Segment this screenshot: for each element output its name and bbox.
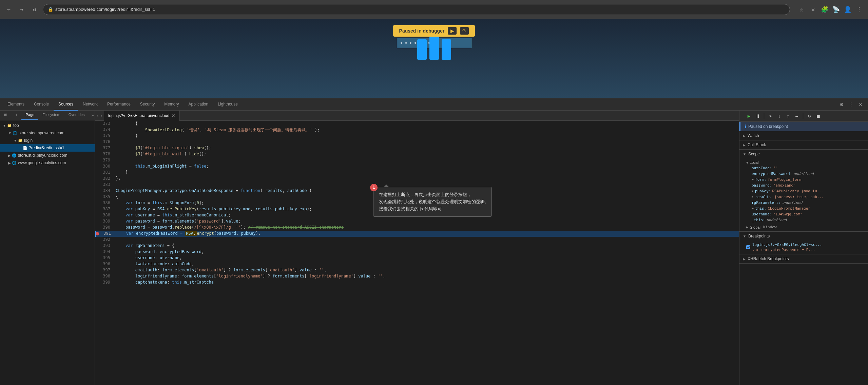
file-tab-filesystem[interactable]: Filesystem: [38, 111, 64, 120]
pause-on-exceptions-button[interactable]: ⏹: [814, 112, 822, 120]
table-row: 396 twofactorcode: authCode,: [95, 261, 739, 267]
local-scope-header[interactable]: ▼ Local: [746, 160, 865, 165]
scope-section-header[interactable]: ▼ Scope: [739, 150, 868, 158]
file-tree: ▼ 📁 top ▼ 🌐 store.steampowered.com ▼ 📁 l…: [0, 120, 95, 385]
scope-item: ▶ form: form#login_form: [752, 177, 865, 182]
forward-button[interactable]: →: [17, 5, 26, 14]
paused-text: Paused in debugger: [399, 28, 445, 34]
chevron-right-icon: ▶: [8, 154, 11, 157]
code-editor[interactable]: 373 { 374 ShowAlertDialog( '错误', '与 Stea…: [95, 121, 739, 385]
back-button[interactable]: ←: [4, 5, 14, 14]
scope-label: Scope: [748, 152, 760, 156]
debugger-controls: ▶ ⏸ ↷ ↓ ↑ → ⊘ ⏹: [739, 111, 868, 122]
file-panel-tabs: ⊞ + Page Filesystem Overrides » ⋮: [0, 111, 95, 120]
scope-item: rgParameters: undefined: [752, 200, 865, 206]
tree-item-steam-domain[interactable]: ▼ 🌐 store.steampowered.com: [0, 129, 95, 137]
deactivate-breakpoints-button[interactable]: ⊘: [805, 112, 813, 120]
tree-item-login-file[interactable]: ▶ 📄 ?redir=&redir_ssl=1: [0, 144, 95, 152]
breakpoints-section: ▼ Breakpoints login.js?v=GxsEGytleogA&l=…: [739, 232, 868, 254]
table-row: 395 username: username,: [95, 255, 739, 261]
tooltip-text: 在这里打上断点，再次点击页面上的登录按钮，发现会跳转到此处，说明这个就是处理明文…: [379, 192, 486, 211]
local-scope-items: authCode: "" encryptedPassword: undefine…: [746, 165, 865, 223]
add-source-button[interactable]: +: [11, 111, 21, 120]
devtools-more-button[interactable]: ⋮: [846, 100, 856, 109]
chevron-down-icon: ▼: [743, 234, 746, 238]
file-panel-more-button[interactable]: »: [89, 111, 95, 120]
watch-label: Watch: [748, 133, 759, 138]
tab-elements[interactable]: Elements: [3, 98, 29, 111]
breakpoint-item: login.js?v=GxsEGytleogA&l=sc... var encr…: [746, 242, 865, 253]
step-over-button[interactable]: ↷: [766, 112, 774, 120]
profile-icon[interactable]: 👤: [843, 5, 852, 14]
table-row: 378 $J('#login_btn_wait').hide();: [95, 151, 739, 157]
tree-item-dl-domain[interactable]: ▶ 🌐 store.st.dl.pinyuncloud.com: [0, 152, 95, 159]
menu-icon[interactable]: ⋮: [854, 5, 864, 14]
table-row: 397 emailauth: form.elements['emailauth'…: [95, 267, 739, 273]
watch-section-header[interactable]: ▶ Watch: [739, 131, 868, 140]
lock-icon: 🔒: [48, 7, 53, 12]
scope-section: ▼ Scope ▼ Local authCode: "": [739, 150, 868, 232]
chevron-right-icon: ▶: [743, 143, 746, 147]
resume-button[interactable]: ▶: [448, 27, 457, 35]
breakpoint-checkbox[interactable]: [746, 245, 750, 249]
paused-on-breakpoint-text: Paused on breakpoint: [748, 124, 788, 129]
breakpoints-section-header[interactable]: ▼ Breakpoints: [739, 232, 868, 240]
call-stack-section-header[interactable]: ▶ Call Stack: [739, 140, 868, 149]
reload-button[interactable]: ↺: [30, 5, 39, 14]
expand-icon[interactable]: ▶: [752, 189, 754, 193]
devtools-body: ⊞ + Page Filesystem Overrides » ⋮ ▼ 📁 to…: [0, 111, 868, 385]
tab-performance[interactable]: Performance: [102, 98, 135, 111]
code-tabs: ‹ › login.js?v=GxsE...na_pinyuncloud ✕: [95, 111, 739, 121]
step-into-button[interactable]: ↓: [775, 112, 783, 120]
scope-item: authCode: "": [752, 165, 865, 171]
breakpoints-body: login.js?v=GxsEGytleogA&l=sc... var encr…: [739, 240, 868, 254]
tab-console[interactable]: Console: [29, 98, 54, 111]
address-bar[interactable]: 🔒 store.steampowered.com/login/?redir=&r…: [43, 4, 790, 15]
global-scope-header[interactable]: ▶ Global Window: [746, 224, 865, 230]
steam-bar-2: [429, 34, 439, 60]
code-tab-login[interactable]: login.js?v=GxsE...na_pinyuncloud ✕: [104, 111, 180, 121]
extensions-icon[interactable]: 🧩: [820, 5, 829, 14]
file-panel: ⊞ + Page Filesystem Overrides » ⋮ ▼ 📁 to…: [0, 111, 95, 385]
expand-icon[interactable]: ▶: [752, 177, 754, 181]
file-tab-page[interactable]: Page: [21, 111, 38, 120]
tree-item-ga-domain[interactable]: ▶ 🌐 www.google-analytics.com: [0, 159, 95, 167]
file-tab-overrides[interactable]: Overrides: [64, 111, 89, 120]
tab-lighthouse[interactable]: Lighthouse: [213, 98, 243, 111]
close-tab-icon[interactable]: ✕: [171, 113, 175, 118]
tab-application[interactable]: Application: [184, 98, 213, 111]
step-button[interactable]: →: [793, 112, 801, 120]
nav-forward-icon[interactable]: ›: [100, 113, 102, 118]
nav-back-icon[interactable]: ‹: [96, 113, 99, 118]
table-row: 394 password: encryptedPassword,: [95, 249, 739, 255]
xhr-breakpoints-section-header[interactable]: ▶ XHR/fetch Breakpoints: [739, 254, 868, 263]
tab-sources[interactable]: Sources: [54, 98, 78, 111]
expand-icon[interactable]: ▶: [752, 206, 754, 210]
breakpoint-marker[interactable]: [96, 232, 99, 235]
tab-security[interactable]: Security: [135, 98, 159, 111]
code-nav-arrows: ‹ ›: [95, 113, 104, 118]
step-out-button[interactable]: ↑: [784, 112, 792, 120]
table-row: 376: [95, 139, 739, 145]
bookmark-icon[interactable]: ☆: [797, 5, 806, 14]
expand-icon[interactable]: ▶: [752, 195, 754, 198]
step-over-button[interactable]: ↷: [460, 27, 469, 35]
right-panel: ▶ ⏸ ↷ ↓ ↑ → ⊘ ⏹ ℹ Paused on breakpoint: [739, 111, 868, 385]
chevron-down-icon: ▼: [8, 131, 12, 135]
resume-execution-button[interactable]: ▶: [745, 112, 753, 120]
cast-icon[interactable]: 📡: [831, 5, 841, 14]
tree-item-login-folder[interactable]: ▼ 📁 login: [0, 137, 95, 144]
tab-network[interactable]: Network: [78, 98, 102, 111]
pause-button[interactable]: ⏸: [754, 112, 762, 120]
tooltip-number: 1: [370, 184, 378, 191]
toggle-sidebar-button[interactable]: ⊞: [0, 111, 11, 120]
table-row: 382 };: [95, 176, 739, 182]
x-icon[interactable]: ✕: [808, 5, 818, 14]
chevron-right-icon: ▶: [743, 134, 746, 138]
tab-memory[interactable]: Memory: [159, 98, 184, 111]
chevron-down-icon: ▼: [743, 152, 746, 156]
devtools-close-button[interactable]: ✕: [856, 100, 865, 109]
tree-item-top[interactable]: ▼ 📁 top: [0, 122, 95, 129]
steam-bar-3: [442, 39, 451, 60]
devtools-settings-button[interactable]: ⚙: [837, 100, 846, 109]
